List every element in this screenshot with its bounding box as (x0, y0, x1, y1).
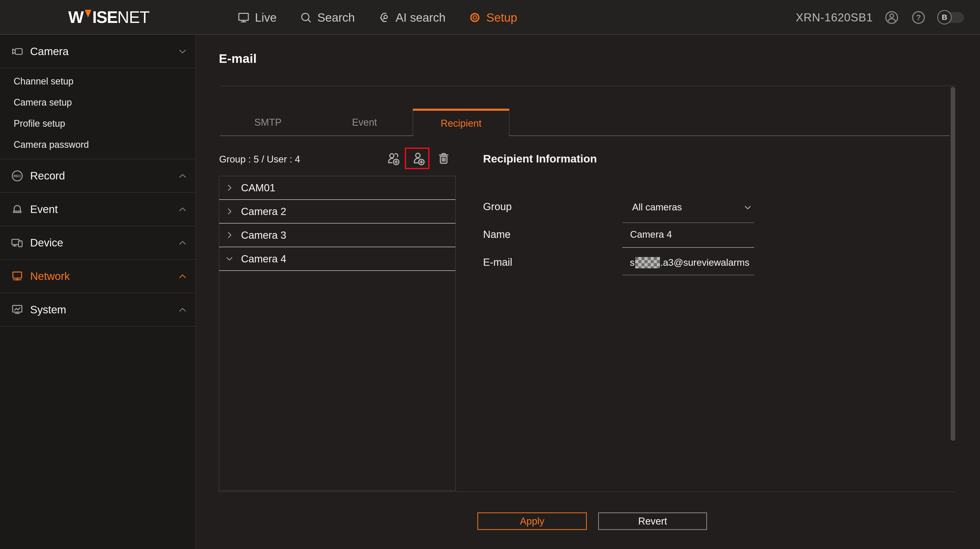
email-suffix: .a3@sureviewalarms (660, 257, 749, 268)
logo-text: W (68, 9, 83, 25)
search-icon (299, 11, 313, 24)
chevron-up-icon (177, 304, 188, 315)
wisenet-logo: W ISE NET (68, 9, 150, 25)
device-model: XRN-1620SB1 (795, 11, 873, 24)
vertical-scrollbar-thumb[interactable] (951, 87, 955, 441)
apply-button[interactable]: Apply (477, 512, 587, 530)
sidebar-section-event[interactable]: Event (0, 193, 196, 226)
nav-live[interactable]: Live (237, 11, 277, 24)
tree-row-label: CAM01 (241, 182, 275, 194)
group-select-underline (622, 223, 754, 223)
network-icon (10, 269, 24, 283)
tree-row-camera4[interactable]: Camera 4 (219, 247, 455, 271)
add-group-icon[interactable] (385, 151, 402, 167)
logo-text: ISE (92, 9, 117, 25)
main-navigation: Live Search AI search Setup (237, 0, 517, 35)
tab-event[interactable]: Event (316, 109, 413, 136)
chevron-up-icon (177, 170, 188, 181)
email-prefix: s (630, 257, 635, 268)
actions-divider (219, 492, 956, 492)
name-field[interactable]: Camera 4 (630, 229, 672, 240)
tree-row-label: Camera 4 (241, 253, 286, 265)
recipient-count-summary: Group : 5 / User : 4 (219, 154, 300, 165)
tab-recipient[interactable]: Recipient (413, 109, 509, 136)
logo-orange-wedge-icon (85, 10, 91, 18)
sidebar-item-camera-password[interactable]: Camera password (0, 134, 196, 155)
nav-label: Live (255, 11, 277, 24)
title-divider (219, 86, 956, 86)
chevron-right-icon[interactable] (224, 230, 235, 240)
tree-row-label: Camera 3 (241, 229, 286, 241)
chevron-down-icon[interactable] (743, 202, 753, 213)
sidebar-item-profile-setup[interactable]: Profile setup (0, 113, 196, 134)
sidebar-section-record[interactable]: REC Record (0, 159, 196, 193)
revert-button[interactable]: Revert (598, 512, 707, 530)
chevron-right-icon[interactable] (224, 183, 235, 193)
chevron-down-icon (177, 46, 188, 57)
bell-icon (10, 202, 24, 216)
group-select-value[interactable]: All cameras (632, 202, 682, 213)
chevron-up-icon (177, 204, 188, 215)
sidebar-item-channel-setup[interactable]: Channel setup (0, 71, 196, 92)
toggle-knob: B (937, 10, 952, 24)
wisenet-setup-screen: W ISE NET Live Search AI search Setup (0, 0, 980, 549)
rec-icon: REC (10, 169, 24, 183)
name-field-underline (622, 247, 754, 248)
tree-row-label: Camera 2 (241, 206, 286, 217)
logo-text: NET (118, 9, 150, 25)
profile-toggle[interactable]: B (937, 10, 964, 25)
user-avatar-icon[interactable] (884, 10, 900, 25)
camera-submenu: Channel setup Camera setup Profile setup… (0, 68, 196, 159)
email-tabs: SMTP Event Recipient (220, 109, 950, 136)
sidebar-section-camera[interactable]: Camera (0, 35, 196, 68)
nav-setup[interactable]: Setup (468, 11, 517, 24)
svg-text:REC: REC (14, 174, 21, 178)
monitor-icon (237, 11, 250, 24)
email-label: E-mail (483, 256, 512, 268)
camcorder-icon (10, 45, 24, 59)
tree-row-camera3[interactable]: Camera 3 (219, 223, 455, 247)
nav-search[interactable]: Search (299, 11, 355, 24)
tree-row-cam01[interactable]: CAM01 (219, 176, 455, 200)
sidebar-section-label: Event (30, 203, 58, 216)
system-icon (10, 303, 24, 317)
sidebar-section-device[interactable]: Device (0, 226, 196, 259)
help-icon[interactable]: ? (910, 10, 926, 25)
email-field[interactable]: s .a3@sureviewalarms (630, 257, 749, 268)
chevron-down-icon[interactable] (224, 254, 235, 264)
email-redacted-block (635, 257, 660, 268)
nav-label: Search (317, 11, 355, 24)
trash-icon[interactable] (436, 151, 452, 167)
sidebar-section-system[interactable]: System (0, 293, 196, 326)
nav-label: Setup (486, 11, 517, 24)
setup-sidebar: Camera Channel setup Camera setup Profil… (0, 35, 196, 549)
nav-label: AI search (396, 11, 445, 24)
recipient-tree: CAM01 Camera 2 Camera 3 Camera 4 (219, 176, 456, 491)
page-title: E-mail (219, 51, 257, 66)
ai-search-icon (377, 11, 391, 24)
sidebar-item-camera-setup[interactable]: Camera setup (0, 92, 196, 113)
sidebar-section-label: Record (30, 170, 65, 182)
top-bar-right: XRN-1620SB1 ? B (795, 0, 964, 35)
name-label: Name (483, 229, 511, 240)
tree-row-camera2[interactable]: Camera 2 (219, 200, 455, 223)
recipient-information-title: Recipient Information (483, 153, 597, 165)
tab-smtp[interactable]: SMTP (220, 109, 316, 136)
chevron-right-icon[interactable] (224, 206, 235, 216)
sidebar-section-label: System (30, 304, 66, 316)
devices-icon (10, 236, 24, 250)
gear-icon (468, 11, 482, 24)
sidebar-section-label: Camera (30, 45, 68, 58)
sidebar-section-network[interactable]: Network (0, 259, 196, 293)
highlight-box (405, 148, 430, 169)
sidebar-section-label: Network (30, 270, 70, 282)
nav-ai-search[interactable]: AI search (377, 11, 445, 24)
svg-text:?: ? (916, 13, 921, 22)
top-bar: W ISE NET Live Search AI search Setup (0, 0, 980, 35)
chevron-up-icon (177, 237, 188, 248)
email-field-underline (622, 275, 754, 275)
group-label: Group (483, 201, 512, 212)
sidebar-section-label: Device (30, 237, 63, 249)
chevron-up-icon (177, 271, 188, 282)
